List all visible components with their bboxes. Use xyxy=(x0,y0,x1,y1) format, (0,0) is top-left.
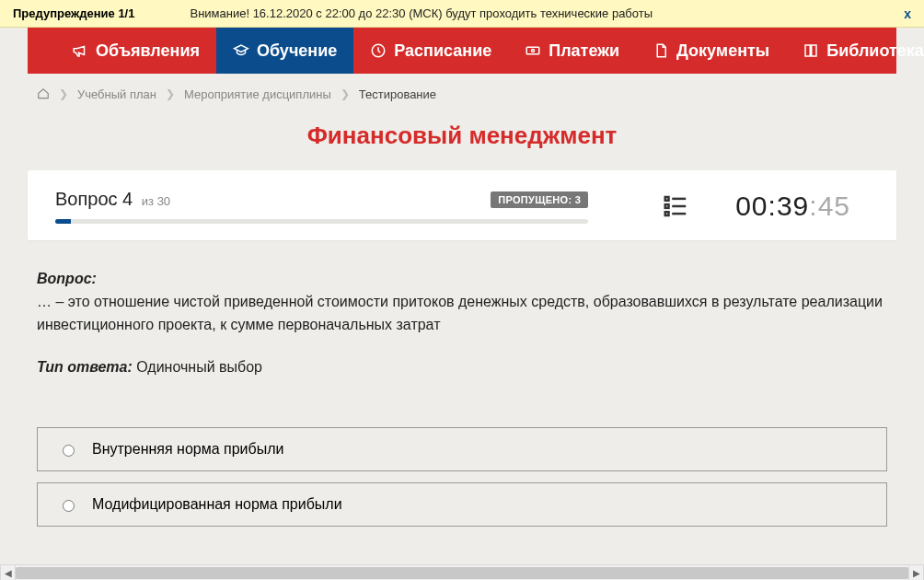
warning-title: Предупреждение 1/1 xyxy=(13,6,134,20)
nav-item-library[interactable]: Библиотека xyxy=(786,28,924,74)
megaphone-icon xyxy=(72,42,88,59)
answer-option[interactable]: Модифицированная норма прибыли xyxy=(37,482,887,527)
chevron-right-icon: ❯ xyxy=(341,87,350,100)
progress-fill xyxy=(55,219,71,224)
main-nav: Объявления Обучение Расписание Платежи Д… xyxy=(28,28,896,74)
nav-item-payments[interactable]: Платежи xyxy=(508,28,636,74)
answer-list: Внутренняя норма прибыли Модифицированна… xyxy=(0,409,924,527)
skipped-badge: ПРОПУЩЕНО: 3 xyxy=(491,191,588,208)
question-total: из 30 xyxy=(142,194,170,208)
answer-radio[interactable] xyxy=(63,445,75,457)
breadcrumb-item-event[interactable]: Мероприятие дисциплины xyxy=(184,87,331,101)
timer: 00:39:45 xyxy=(735,191,869,222)
answer-text: Внутренняя норма прибыли xyxy=(92,441,284,458)
page-title: Финансовый менеджмент xyxy=(0,122,924,150)
breadcrumb-item-plan[interactable]: Учебный план xyxy=(77,87,156,101)
nav-label: Библиотека xyxy=(826,41,924,61)
answer-radio[interactable] xyxy=(63,500,75,512)
chevron-right-icon: ❯ xyxy=(166,87,175,100)
svg-rect-5 xyxy=(665,204,669,208)
timer-minutes: 00 xyxy=(735,191,768,221)
home-icon[interactable] xyxy=(37,87,50,100)
warning-bar: Предупреждение 1/1 Внимание! 16.12.2020 … xyxy=(0,0,924,28)
nav-label: Платежи xyxy=(549,41,619,61)
answer-type-label: Тип ответа: xyxy=(37,359,133,375)
question-label-heading: Вопрос: xyxy=(37,271,97,286)
svg-rect-7 xyxy=(665,212,669,215)
timer-subseconds: 45 xyxy=(818,191,850,221)
close-icon[interactable]: x xyxy=(904,6,911,21)
question-label: Вопрос xyxy=(55,189,118,209)
answer-option[interactable]: Внутренняя норма прибыли xyxy=(37,427,887,471)
timer-seconds: 39 xyxy=(777,191,809,221)
nav-item-announcements[interactable]: Объявления xyxy=(55,28,216,74)
breadcrumb: ❯ Учебный план ❯ Мероприятие дисциплины … xyxy=(0,74,924,105)
clock-icon xyxy=(370,42,387,59)
status-panel: Вопрос 4 из 30 ПРОПУЩЕНО: 3 00:39:45 xyxy=(28,170,896,240)
answer-type-value: Одиночный выбор xyxy=(136,359,262,375)
scroll-thumb[interactable] xyxy=(16,567,908,579)
question-list-icon[interactable] xyxy=(662,192,689,220)
money-icon xyxy=(525,42,541,59)
question-number: 4 xyxy=(122,189,133,209)
scroll-right-arrow[interactable]: ▶ xyxy=(908,565,924,581)
answer-text: Модифицированная норма прибыли xyxy=(92,496,342,513)
svg-point-2 xyxy=(532,50,535,52)
book-icon xyxy=(803,42,819,59)
nav-item-learning[interactable]: Обучение xyxy=(216,28,353,74)
breadcrumb-item-testing: Тестирование xyxy=(359,87,436,101)
chevron-right-icon: ❯ xyxy=(59,87,68,100)
nav-label: Обучение xyxy=(257,41,337,61)
svg-rect-1 xyxy=(526,47,539,54)
nav-label: Документы xyxy=(676,41,769,61)
document-icon xyxy=(653,42,669,59)
question-text: … – это отношение чистой приведенной сто… xyxy=(37,294,883,332)
progress-bar xyxy=(55,219,588,224)
graduation-icon xyxy=(233,42,249,59)
question-counter: Вопрос 4 из 30 xyxy=(55,189,170,210)
nav-label: Объявления xyxy=(96,41,200,61)
scroll-left-arrow[interactable]: ◀ xyxy=(0,565,16,581)
nav-item-documents[interactable]: Документы xyxy=(636,28,786,74)
scroll-track[interactable] xyxy=(16,565,908,580)
question-block: Вопрос: … – это отношение чистой приведе… xyxy=(0,240,924,409)
svg-rect-3 xyxy=(665,197,669,201)
horizontal-scrollbar[interactable]: ◀ ▶ xyxy=(0,564,924,580)
warning-text: Внимание! 16.12.2020 с 22:00 до 22:30 (М… xyxy=(190,6,911,20)
nav-label: Расписание xyxy=(394,41,491,61)
nav-item-schedule[interactable]: Расписание xyxy=(353,28,508,74)
